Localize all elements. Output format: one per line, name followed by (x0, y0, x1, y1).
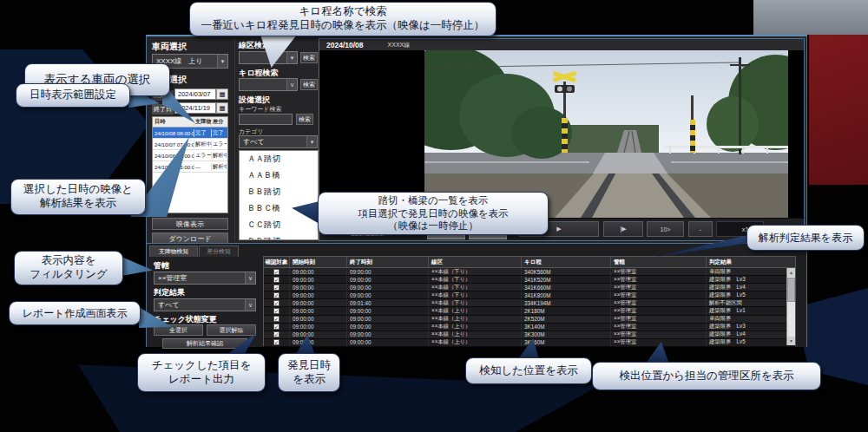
result-cell-check: ✓ (264, 276, 290, 283)
callout-checked-report: チェックした項目をレポート出力 (137, 353, 266, 392)
result-table-row[interactable]: ✓09:00:0009:00:00××本線（上り）2K180M××管理室建築限界… (264, 307, 795, 315)
row-checkbox[interactable]: ✓ (273, 300, 279, 306)
keyword-search-input[interactable] (239, 114, 293, 125)
result-table-row[interactable]: ✓09:00:0009:00:00××本線（上り）3K300M××管理室建築限界… (264, 331, 795, 339)
row-checkbox[interactable]: ✓ (273, 331, 279, 337)
calendar-icon[interactable]: ▦ (216, 102, 228, 114)
diff-col-header: 差分 (211, 118, 227, 126)
tab-obstacle-detection[interactable]: 支障物検知 (149, 245, 198, 257)
background-red-block (809, 35, 868, 185)
row-checkbox[interactable]: ✓ (273, 316, 279, 322)
keyword-search-label: キーワード検索 (239, 105, 282, 114)
step-button[interactable]: |▶ (603, 221, 643, 237)
scroll-down-icon[interactable]: ▼ (787, 337, 795, 345)
deselect-button[interactable]: 選択解除 (207, 324, 256, 336)
result-cell-check: ✓ (264, 284, 290, 291)
date-table-row[interactable]: 24/10/05 05:00:00―解析中 (153, 161, 227, 173)
show-video-button[interactable]: 映像表示 (152, 218, 228, 230)
result-table-cell: 09:00:00 (347, 324, 429, 331)
result-table-row[interactable]: ✓09:00:0009:01:40××本線（下り）334K194M××管理室解析… (264, 299, 795, 307)
row-checkbox[interactable]: ✓ (273, 339, 279, 345)
row-checkbox[interactable]: ✓ (273, 269, 279, 275)
date-table-cell: 24/10/06 06:00:00 (153, 153, 194, 159)
result-table-row[interactable]: ✓09:00:0009:00:00××本線（下り）341K520M××管理室建築… (264, 276, 795, 284)
date-table-cell: 解析中 (211, 152, 227, 160)
facility-item[interactable]: ＣＣ踏切 (240, 217, 318, 233)
row-checkbox[interactable]: ✓ (273, 292, 279, 298)
category-dropdown[interactable]: すべて ▾ (239, 135, 318, 148)
kilometer-search-combo[interactable]: ∨ (239, 78, 298, 91)
result-cell-check: ✓ (264, 324, 290, 331)
result-table-cell: 09:00:00 (290, 268, 347, 275)
date-table-row[interactable]: 24/10/08 08:00:00完了完了 (153, 128, 227, 139)
result-table-row[interactable]: ✓09:00:0009:00:00××本線（上り）3K140M××管理室建築限界… (264, 324, 795, 331)
result-table-cell: 09:00:00 (347, 339, 429, 346)
result-table-cell: 建築限界 Lv3 (707, 276, 788, 283)
date-table-row[interactable]: 24/10/06 06:00:00エラー解析中 (153, 150, 227, 161)
start-date-field[interactable]: 2024/03/07 (174, 88, 216, 100)
keyword-search-button[interactable]: 検索 (296, 114, 313, 125)
tab-diff-detection[interactable]: 差分検知 (199, 245, 239, 257)
result-table-cell: ××管理室 (611, 324, 707, 331)
speed-minus-button[interactable]: - (688, 221, 713, 237)
col-section: 線区 (429, 257, 522, 267)
result-table-cell: 建築限界 Lv4 (707, 284, 788, 291)
result-table-cell: ××管理室 (611, 316, 707, 323)
result-table-cell: ××本線（下り） (429, 268, 522, 275)
jurisdiction-filter-dropdown[interactable]: ××管理室 ∨ (154, 272, 256, 285)
row-checkbox[interactable]: ✓ (273, 308, 279, 314)
result-table-cell: ××管理室 (611, 291, 707, 298)
result-filter-header: 判定結果 (154, 287, 185, 298)
callout-kilometer-search: キロ程名称で検索一番近いキロ程発見日時の映像を表示（映像は一時停止） (189, 2, 496, 36)
result-table-cell: 解析不能区間 (707, 299, 788, 306)
scroll-up-icon[interactable]: ▲ (787, 268, 795, 277)
col-end-time: 終了時刻 (347, 257, 429, 267)
result-table-cell: 09:00:00 (347, 331, 429, 338)
calendar-icon[interactable]: ▦ (216, 88, 228, 100)
date-table-cell: エラー (194, 152, 211, 160)
facility-item[interactable]: ＤＤ踏切 (240, 233, 318, 240)
confirm-results-button[interactable]: 解析結果確認 (162, 338, 247, 349)
result-table-cell: 341K800M (522, 291, 611, 298)
result-table-row[interactable]: ✓09:00:0009:00:00××本線（下り）341K660M××管理室建築… (264, 284, 795, 291)
facility-item[interactable]: ＡＡ踏切 (240, 151, 318, 167)
result-filter-dropdown[interactable]: すべて ∨ (154, 298, 256, 311)
date-table-cell: 24/10/08 08:00:00 (153, 130, 194, 136)
facility-item[interactable]: ＢＢ踏切 (240, 184, 318, 200)
result-cell-check: ✓ (264, 307, 290, 314)
chevron-down-icon: ▾ (306, 136, 317, 147)
row-checkbox[interactable]: ✓ (273, 285, 279, 291)
detection-panel: 支障物検知 差分検知 管轄 ××管理室 ∨ 判定結果 すべて ∨ チェック状態変… (147, 243, 806, 347)
kilometer-search-button[interactable]: 検索 (300, 79, 318, 90)
col-check-target: 確認対象 (264, 257, 290, 267)
result-table-cell: ××本線（下り） (429, 276, 522, 283)
result-table-cell: 3K300M (522, 331, 611, 338)
skip-10-button[interactable]: 10> (647, 221, 684, 237)
category-value: すべて (243, 137, 265, 147)
result-table-cell: 341K660M (522, 284, 611, 291)
result-table-cell: 09:00:00 (347, 276, 429, 283)
section-search-button[interactable]: 検索 (300, 52, 318, 63)
row-checkbox[interactable]: ✓ (273, 277, 279, 283)
result-table-row[interactable]: ✓09:00:0009:00:00××本線（下り）341K800M××管理室建築… (264, 291, 795, 299)
result-table-row[interactable]: ✓09:00:0009:00:00××本線（下り）340K560M××管理室車両… (264, 268, 795, 276)
result-table-cell: 建築限界 Lv5 (707, 291, 788, 298)
result-table-cell: 建築限界 Lv5 (707, 339, 788, 346)
scrollbar-thumb[interactable] (787, 278, 795, 302)
result-filter-value: すべて (158, 300, 180, 310)
result-table-cell: 3K140M (522, 324, 611, 331)
result-table-cell: ××管理室 (611, 331, 707, 338)
row-checkbox[interactable]: ✓ (273, 324, 279, 330)
scrollbar[interactable]: ▲ ▼ (786, 268, 795, 345)
col-kilometer: キロ程 (522, 257, 611, 267)
date-table-row[interactable]: 24/10/07 07:00:00解析中エラー (153, 139, 227, 150)
result-table-cell: 2K180M (522, 307, 611, 314)
result-table-cell: ××管理室 (611, 284, 707, 291)
result-table-cell: ××本線（上り） (429, 339, 522, 346)
result-cell-check: ✓ (264, 268, 290, 275)
result-table-cell: 3K360M (522, 339, 611, 346)
result-table-cell: ××管理室 (611, 268, 707, 275)
facility-item[interactable]: ＡＡＢ橋 (240, 167, 318, 184)
result-table-row[interactable]: ✓09:00:0009:00:00××本線（上り）2K520M××管理室車両限界 (264, 316, 795, 324)
date-col-header: 日時 (153, 118, 194, 126)
